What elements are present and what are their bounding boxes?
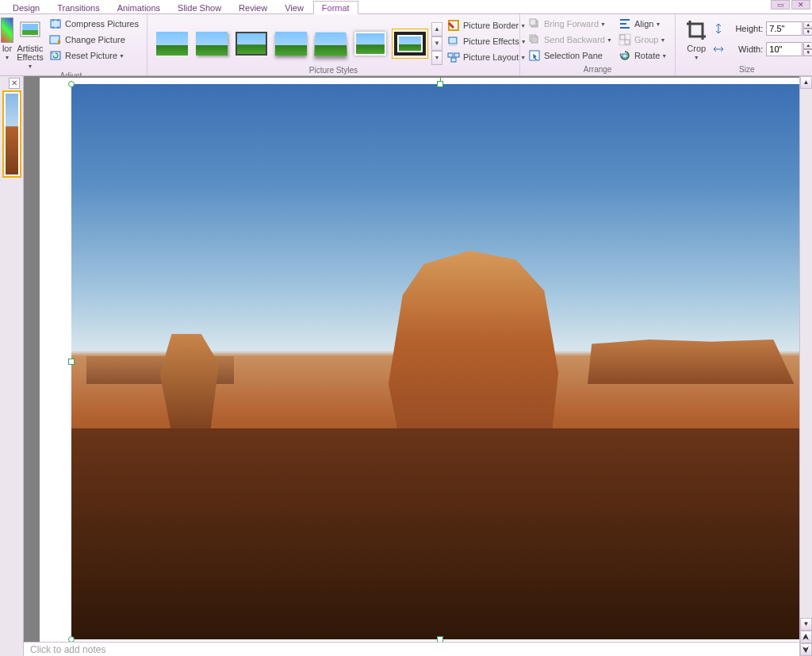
slide-canvas [40,78,799,643]
scroll-down[interactable]: ▼ [800,618,812,631]
tab-strip: Design Transitions Animations Slide Show… [0,0,812,14]
send-backward-icon [528,33,541,46]
selection-pane-button[interactable]: Selection Pane [525,48,615,63]
notes-placeholder[interactable]: Click to add notes [24,642,799,656]
reset-picture-icon [49,49,62,62]
tab-animations[interactable]: Animations [109,2,168,13]
chevron-down-icon: ▼ [5,53,10,62]
resize-handle-tl[interactable] [68,81,75,87]
bring-forward-button[interactable]: Bring Forward ▼ [525,16,615,32]
crop-button[interactable]: Crop ▼ [680,16,712,62]
prev-slide-button[interactable]: ⮝ [800,631,812,643]
workspace: ✕ [0,76,812,656]
picture-effects-button[interactable]: Picture Effects ▼ [444,33,530,49]
change-picture-button[interactable]: Change Picture [46,32,142,48]
group-arrange: Bring Forward ▼ Send Backward ▼ Selectio… [520,14,676,75]
svg-rect-3 [51,20,60,28]
style-thumb-2[interactable] [193,29,230,59]
scroll-up[interactable]: ▲ [800,76,812,89]
group-label-size: Size [680,64,812,75]
picture-border-button[interactable]: Picture Border ▼ [444,17,530,33]
width-spin-down[interactable]: ▼ [803,49,812,56]
tab-transitions[interactable]: Transitions [49,2,107,13]
next-slide-button[interactable]: ⮟ [800,643,812,656]
align-label: Align [634,19,653,29]
rotate-button[interactable]: Rotate ▼ [615,48,670,63]
thumbnail-panel-close[interactable]: ✕ [9,78,20,89]
gallery-scroll-down[interactable]: ▼ [431,36,442,51]
send-backward-button[interactable]: Send Backward ▼ [525,32,615,48]
window-restore-button[interactable]: ▭ [771,0,790,10]
chevron-down-icon: ▼ [660,37,665,43]
tab-design[interactable]: Design [5,2,48,13]
svg-rect-8 [449,44,457,46]
svg-rect-20 [622,54,627,58]
slide-thumbnail-1[interactable] [2,90,21,178]
compress-icon [49,17,62,30]
rotate-icon [619,49,631,62]
resize-handle-l[interactable] [68,359,75,365]
chevron-down-icon: ▼ [119,53,124,59]
group-button[interactable]: Group ▼ [615,32,670,48]
align-button[interactable]: Align ▼ [615,16,670,32]
style-thumb-3[interactable] [233,29,270,59]
height-spin-down[interactable]: ▼ [803,29,812,36]
tab-slideshow[interactable]: Slide Show [170,2,229,13]
selected-picture[interactable] [71,84,799,639]
compress-label: Compress Pictures [65,19,139,29]
style-thumb-5[interactable] [312,29,349,59]
group-picture-styles: ▲ ▼ ▾ Picture Border ▼ Picture Effects ▼ [147,14,520,75]
picture-layout-label: Picture Layout [463,52,519,62]
group-adjust: lor ▼ Artistic Effects ▼ Compress Pictur… [0,14,147,75]
tab-review[interactable]: Review [231,2,275,13]
slide-thumbnail-panel: ✕ [0,76,24,656]
window-close-button[interactable]: ✕ [791,0,810,10]
style-thumb-6[interactable] [352,29,389,59]
picture-styles-gallery: ▲ ▼ ▾ [152,16,444,65]
slide-editor[interactable] [24,76,799,656]
bring-forward-icon [528,17,541,30]
width-input[interactable] [766,42,802,56]
style-thumb-4[interactable] [273,29,309,59]
gallery-scroll-up[interactable]: ▲ [431,22,442,36]
reset-picture-button[interactable]: Reset Picture ▼ [46,48,142,63]
svg-rect-13 [530,19,536,25]
bring-forward-label: Bring Forward [544,19,599,29]
selection-pane-label: Selection Pane [544,51,603,60]
gallery-more-button[interactable]: ▾ [431,51,442,65]
picture-layout-button[interactable]: Picture Layout ▼ [444,49,530,65]
tab-view[interactable]: View [277,2,312,13]
height-row: Height: ▲ ▼ [712,21,812,36]
compress-pictures-button[interactable]: Compress Pictures [46,16,142,32]
svg-rect-9 [448,53,453,57]
rotate-label: Rotate [634,51,660,60]
group-label-picture-styles: Picture Styles [152,65,515,76]
picture-border-label: Picture Border [463,21,519,30]
style-thumb-7-selected[interactable] [392,29,428,59]
height-spin-up[interactable]: ▲ [803,21,812,29]
height-input[interactable] [766,21,802,36]
group-btn-label: Group [634,35,659,44]
color-button[interactable]: lor ▼ [0,16,14,62]
tab-format[interactable]: Format [313,1,358,14]
chevron-down-icon: ▼ [661,53,667,59]
crop-label: Crop [687,44,706,53]
group-size: Crop ▼ Height: ▲ ▼ Width: [676,14,812,75]
selection-pane-icon [528,49,541,62]
svg-rect-7 [449,37,457,44]
width-label: Width: [728,44,763,54]
svg-rect-11 [451,58,456,62]
artistic-effects-button[interactable]: Artistic Effects ▼ [14,16,46,71]
picture-content [71,84,799,639]
height-label: Height: [728,24,763,33]
resize-handle-t[interactable] [437,81,443,87]
group-icon [619,33,631,46]
picture-effects-icon [447,35,460,48]
svg-rect-17 [620,35,625,40]
gallery-scroll: ▲ ▼ ▾ [431,22,442,65]
style-thumb-1[interactable] [154,29,190,59]
chevron-down-icon: ▼ [655,21,661,27]
width-spin-up[interactable]: ▲ [803,42,812,49]
scroll-track[interactable] [800,89,812,618]
send-backward-label: Send Backward [544,35,605,44]
